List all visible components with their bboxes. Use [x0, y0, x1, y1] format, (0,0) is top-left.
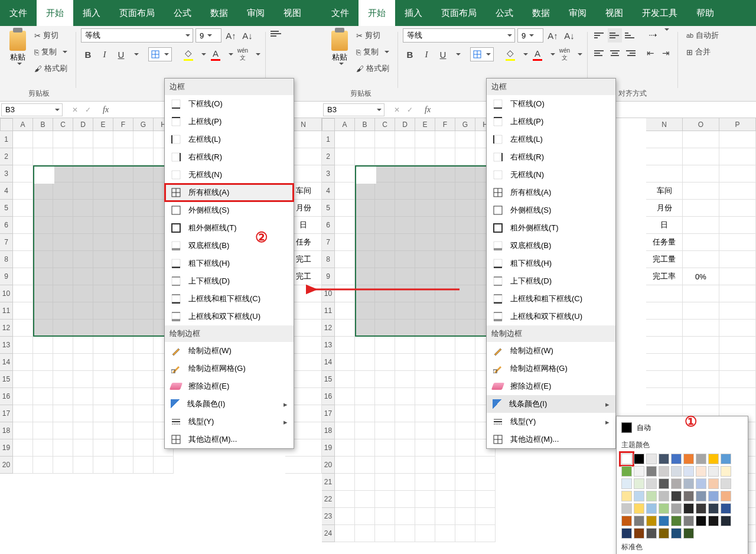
color-swatch[interactable] [721, 478, 731, 489]
cell[interactable] [435, 491, 455, 508]
cell[interactable] [13, 148, 33, 165]
color-swatch[interactable] [659, 491, 669, 501]
cell[interactable] [375, 371, 395, 388]
col-header[interactable]: E [415, 118, 435, 131]
cell[interactable] [719, 217, 756, 234]
cell[interactable] [435, 302, 455, 320]
color-swatch[interactable] [634, 491, 644, 501]
menu-topbot[interactable]: 上下框线(D) [165, 272, 294, 290]
cell[interactable] [375, 302, 395, 320]
cell[interactable] [335, 422, 355, 439]
cell[interactable] [719, 234, 756, 251]
row-header[interactable]: 2 [0, 148, 13, 165]
cell[interactable] [335, 508, 355, 525]
cell[interactable] [415, 183, 435, 200]
menu-color[interactable]: 线条颜色(I)▸ [487, 395, 615, 413]
cell[interactable] [53, 251, 73, 268]
cell[interactable] [646, 388, 683, 405]
cell[interactable] [93, 354, 113, 371]
row-header[interactable]: 19 [322, 439, 335, 457]
col-header[interactable]: F [113, 118, 133, 131]
cell[interactable] [719, 251, 756, 268]
cell[interactable] [113, 354, 133, 371]
cell[interactable] [719, 200, 756, 217]
cell[interactable] [435, 525, 455, 542]
tab-视图[interactable]: 视图 [274, 0, 311, 26]
row-header[interactable]: 12 [0, 320, 13, 337]
row-header[interactable]: 22 [322, 491, 335, 508]
cell[interactable] [13, 268, 33, 285]
cell[interactable] [395, 508, 415, 525]
wrap-text-button[interactable]: ab 自动折 [683, 28, 722, 43]
color-swatch[interactable] [646, 454, 657, 464]
cell[interactable] [375, 217, 395, 234]
cell[interactable] [455, 234, 475, 251]
cell[interactable] [113, 439, 133, 457]
color-swatch[interactable] [708, 516, 719, 526]
fx-icon[interactable]: fx [425, 105, 431, 115]
cell[interactable] [435, 388, 455, 405]
cell[interactable] [355, 474, 375, 491]
col-header[interactable]: F [435, 118, 455, 131]
confirm-icon[interactable]: ✓ [85, 106, 91, 114]
cell[interactable] [335, 200, 355, 217]
col-header[interactable]: B [33, 118, 53, 131]
cell[interactable] [113, 183, 133, 200]
col-header[interactable]: O [683, 118, 719, 131]
cell[interactable] [53, 302, 73, 320]
color-swatch[interactable] [634, 503, 644, 514]
cell[interactable] [375, 422, 395, 439]
cell[interactable] [455, 371, 475, 388]
cell[interactable] [13, 354, 33, 371]
cell[interactable] [719, 183, 756, 200]
cell[interactable] [455, 217, 475, 234]
color-swatch[interactable] [646, 466, 657, 477]
cell[interactable] [33, 285, 53, 302]
italic-button[interactable]: I [97, 47, 112, 61]
cell[interactable] [53, 422, 73, 439]
cell[interactable] [355, 405, 375, 422]
color-swatch[interactable] [634, 466, 644, 477]
cell[interactable] [455, 439, 475, 457]
cell[interactable] [435, 422, 455, 439]
cell[interactable] [113, 268, 133, 285]
cell[interactable] [415, 337, 435, 354]
cell[interactable] [455, 491, 475, 508]
cell[interactable] [73, 439, 93, 457]
menu-dblbot[interactable]: 双底框线(B) [165, 237, 294, 255]
align-right-button[interactable] [623, 46, 637, 60]
cell[interactable] [719, 302, 756, 320]
cell[interactable] [335, 491, 355, 508]
cell[interactable] [93, 422, 113, 439]
cell[interactable] [395, 320, 415, 337]
cell[interactable] [33, 457, 53, 474]
cell[interactable] [455, 183, 475, 200]
cell[interactable] [13, 422, 33, 439]
cell[interactable] [13, 439, 33, 457]
col-header[interactable]: G [455, 118, 475, 131]
cell[interactable] [73, 354, 93, 371]
color-swatch[interactable] [621, 503, 632, 514]
cell[interactable]: 完工量 [646, 251, 683, 268]
cell[interactable] [53, 457, 73, 474]
cell[interactable] [335, 131, 355, 148]
cell[interactable] [646, 165, 683, 183]
cell[interactable] [683, 234, 719, 251]
cut-button[interactable]: ✂ 剪切 [353, 28, 393, 43]
cell[interactable] [395, 200, 415, 217]
cell[interactable] [53, 131, 73, 148]
cell[interactable] [415, 422, 435, 439]
cell[interactable] [719, 354, 756, 371]
cell[interactable] [415, 439, 435, 457]
cell[interactable] [133, 131, 154, 148]
cell[interactable] [53, 183, 73, 200]
color-swatch[interactable] [646, 491, 657, 501]
cell[interactable] [33, 320, 53, 337]
cell[interactable] [93, 302, 113, 320]
row-header[interactable]: 17 [0, 405, 13, 422]
cell[interactable] [133, 165, 154, 183]
tab-开始[interactable]: 开始 [37, 0, 73, 26]
name-box[interactable]: B3 [323, 103, 384, 116]
increase-font-icon[interactable]: A↑ [224, 28, 238, 43]
cell[interactable] [13, 457, 33, 474]
